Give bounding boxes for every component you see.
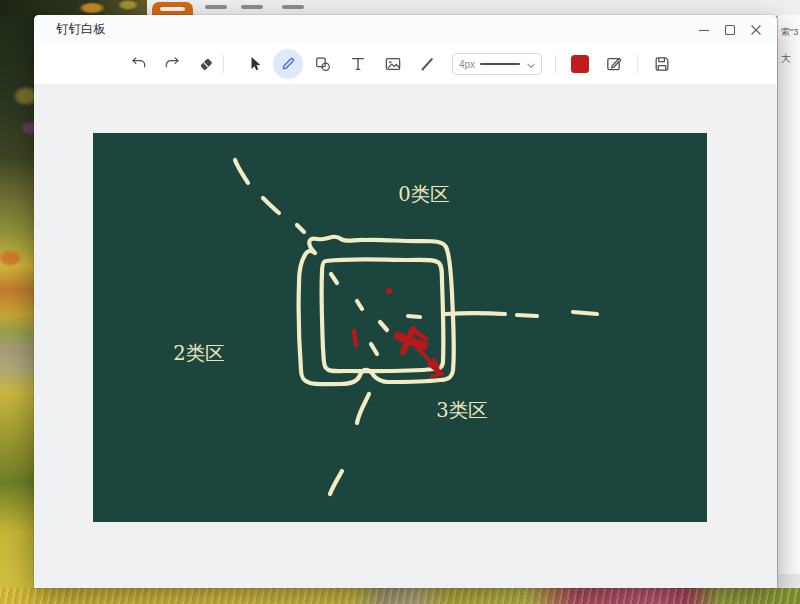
background-tab[interactable] xyxy=(205,5,227,9)
note-edit-button[interactable] xyxy=(599,49,629,79)
background-browser-tabbar[interactable] xyxy=(147,0,800,16)
background-tab[interactable] xyxy=(282,5,304,9)
red-arrow-barb xyxy=(432,374,442,376)
image-button[interactable] xyxy=(378,49,408,79)
background-text-fragment: 索"3 xyxy=(781,26,798,39)
redo-button[interactable] xyxy=(157,49,187,79)
toolbar-divider xyxy=(223,55,224,73)
stroke-dash xyxy=(408,316,420,317)
highlighter-button[interactable] xyxy=(412,49,442,79)
pen-tool-button[interactable] xyxy=(273,49,303,79)
canvas-label-0: 0类区 xyxy=(398,183,449,206)
stroke-dash xyxy=(297,225,304,232)
background-window-footer xyxy=(778,574,800,588)
canvas-label-2: 2类区 xyxy=(173,342,224,365)
shapes-button[interactable] xyxy=(308,49,338,79)
background-window-edge[interactable]: 索"3 大 xyxy=(777,15,800,588)
wallpaper-top-strip xyxy=(0,0,150,16)
window-controls xyxy=(691,15,769,44)
close-button[interactable] xyxy=(743,15,769,44)
minimize-button[interactable] xyxy=(691,15,717,44)
stroke-line-right xyxy=(445,313,505,314)
stroke-dash xyxy=(331,274,337,283)
stroke-dash xyxy=(235,160,248,183)
window-title: 钉钉白板 xyxy=(56,15,106,44)
canvas-label-3: 3类区 xyxy=(436,399,487,422)
color-swatch-red[interactable] xyxy=(571,55,589,73)
titlebar[interactable]: 钉钉白板 xyxy=(34,15,777,45)
eraser-icon[interactable] xyxy=(191,49,221,79)
chevron-down-icon xyxy=(527,55,535,73)
stroke-width-value: 4px xyxy=(459,59,475,70)
stroke-dash xyxy=(371,344,377,354)
red-dot xyxy=(386,288,392,294)
stroke-width-preview xyxy=(480,63,520,65)
background-text-fragment: 大 xyxy=(781,52,791,66)
stroke-dash xyxy=(357,394,369,423)
stroke-dash xyxy=(517,315,537,316)
toolbar-divider xyxy=(555,55,556,73)
desktop: 索"3 大 钉钉白板 xyxy=(0,0,800,604)
stroke-dash xyxy=(330,471,342,494)
text-tool-button[interactable] xyxy=(343,49,373,79)
background-active-tab[interactable] xyxy=(152,2,193,15)
red-dash xyxy=(354,331,356,345)
whiteboard-canvas[interactable]: 0类区 2类区 3类区 xyxy=(93,133,707,522)
toolbar-divider xyxy=(637,55,638,73)
stroke-width-dropdown[interactable]: 4px xyxy=(452,53,542,75)
wallpaper-bottom-strip xyxy=(0,588,800,604)
whiteboard-window: 钉钉白板 xyxy=(34,15,777,588)
save-button[interactable] xyxy=(647,49,677,79)
select-cursor-button[interactable] xyxy=(239,49,269,79)
undo-button[interactable] xyxy=(124,49,154,79)
stroke-dash xyxy=(380,322,387,330)
stroke-dash xyxy=(263,198,279,213)
toolbar: 4px xyxy=(34,44,777,85)
whiteboard-content-area: 0类区 2类区 3类区 xyxy=(34,84,777,588)
red-cross-stroke xyxy=(416,332,426,339)
background-active-tab-text xyxy=(160,7,185,11)
maximize-button[interactable] xyxy=(717,15,743,44)
stroke-dash xyxy=(357,301,362,309)
stroke-dash xyxy=(573,312,597,314)
background-tab[interactable] xyxy=(241,5,263,9)
